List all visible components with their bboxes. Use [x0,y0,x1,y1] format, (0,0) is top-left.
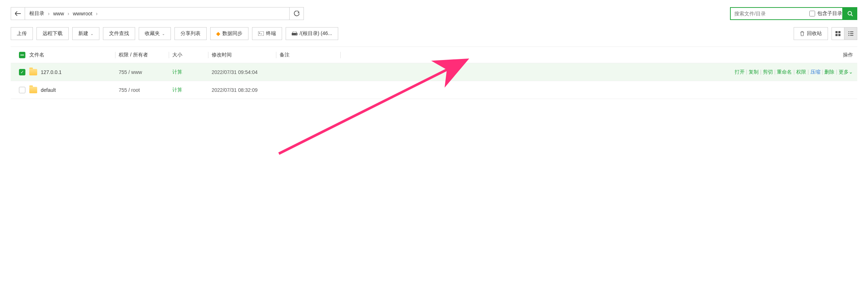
toolbar: 上传 远程下载 新建⌄ 文件查找 收藏夹⌄ 分享列表 ◆数据同步 终端 /(根目… [11,27,857,40]
chevron-down-icon: ⌄ [849,69,853,75]
action-copy[interactable]: 复制 [749,69,759,75]
table-row[interactable]: 127.0.0.1 755 / www 计算 2022/07/31 09:54:… [11,63,857,81]
breadcrumb: 根目录 › www › wwwroot › [25,7,290,20]
file-name-cell[interactable]: default [29,87,119,93]
upload-button[interactable]: 上传 [11,27,33,40]
label: /(根目录) (46... [300,30,332,37]
include-subdir-checkbox[interactable]: 包含子目录 [809,10,842,17]
action-perm[interactable]: 权限 [796,69,806,75]
toolbar-right: 回收站 [794,27,857,40]
svg-rect-6 [838,31,840,33]
view-grid-button[interactable] [832,27,844,40]
column-header-actions: 操作 [344,52,853,58]
row-checkbox-cell [15,87,29,93]
breadcrumb-item-www[interactable]: www [53,11,64,16]
row-actions: 打开| 复制| 剪切| 重命名| 权限| 压缩| 删除| 更多⌄ [735,69,853,75]
disk-info-button[interactable]: /(根目录) (46... [286,27,338,40]
label: 分享列表 [181,30,201,37]
action-rename[interactable]: 重命名 [777,69,792,75]
terminal-button[interactable]: 终端 [252,27,282,40]
column-header-perm[interactable]: 权限 / 所有者 [119,52,172,58]
include-subdir-label: 包含子目录 [817,10,842,17]
favorites-menu-button[interactable]: 收藏夹⌄ [139,27,171,40]
svg-rect-8 [838,34,840,36]
refresh-button[interactable] [290,7,304,20]
recycle-bin-button[interactable]: 回收站 [794,27,828,40]
terminal-icon [258,31,264,36]
size-calc-link[interactable]: 计算 [172,69,182,75]
breadcrumb-item-wwwroot[interactable]: wwwroot [73,11,92,16]
data-sync-button[interactable]: ◆数据同步 [210,27,248,40]
action-compress[interactable]: 压缩 [810,69,820,75]
chevron-right-icon: › [48,11,50,16]
action-cut[interactable]: 剪切 [763,69,773,75]
back-button[interactable] [11,7,25,20]
remote-download-button[interactable]: 远程下载 [36,27,69,40]
size-cell: 计算 [172,87,212,93]
svg-rect-5 [835,31,838,33]
svg-line-1 [851,15,853,16]
search-button[interactable] [843,7,857,20]
action-more[interactable]: 更多⌄ [839,69,853,75]
new-menu-button[interactable]: 新建⌄ [72,27,99,40]
label: 文件查找 [109,30,129,37]
label: 回收站 [807,30,822,37]
include-subdir-input[interactable] [809,11,815,16]
column-header-size[interactable]: 大小 [172,52,212,58]
header-checkbox-cell [15,52,29,58]
table-header: 文件名 权限 / 所有者 大小 修改时间 备注 操作 [11,47,857,63]
chevron-right-icon: › [68,11,69,16]
mtime-cell: 2022/07/31 08:32:09 [212,87,280,93]
divider: | [793,69,795,75]
breadcrumb-item-root[interactable]: 根目录 [29,10,44,17]
label: 新建 [78,30,88,37]
grid-icon [835,31,840,36]
svg-rect-12 [850,33,853,34]
divider: | [808,69,809,75]
label: 更多 [839,69,849,75]
svg-point-0 [848,11,852,15]
search-input[interactable] [734,8,806,19]
view-toggle [832,27,857,40]
label: 终端 [266,30,276,37]
search-container: 包含子目录 [730,7,857,20]
diamond-icon: ◆ [216,31,220,36]
search-box: 包含子目录 [730,7,843,20]
column-header-name[interactable]: 文件名 [29,52,119,58]
row-checkbox[interactable] [19,69,25,75]
mtime-cell: 2022/07/31 09:54:04 [212,69,280,75]
chevron-down-icon: ⌄ [90,32,93,36]
svg-rect-9 [848,31,849,32]
column-header-mtime[interactable]: 修改时间 [212,52,280,58]
svg-rect-7 [835,34,838,36]
perm-cell: 755 / root [119,87,172,93]
svg-rect-14 [850,35,853,36]
svg-rect-2 [258,31,264,36]
row-checkbox[interactable] [19,87,25,93]
arrow-left-icon [15,11,21,16]
action-delete[interactable]: 删除 [824,69,834,75]
column-header-note[interactable]: 备注 [280,52,344,58]
size-calc-link[interactable]: 计算 [172,87,182,93]
row-checkbox-cell [15,69,29,75]
file-name-cell[interactable]: 127.0.0.1 [29,69,119,75]
table-row[interactable]: default 755 / root 计算 2022/07/31 08:32:0… [11,81,857,99]
chevron-down-icon: ⌄ [162,32,165,36]
action-open[interactable]: 打开 [735,69,745,75]
svg-point-4 [296,34,297,35]
refresh-icon [294,11,300,16]
view-list-button[interactable] [844,27,857,40]
select-all-checkbox[interactable] [19,52,25,58]
divider: | [746,69,748,75]
share-list-button[interactable]: 分享列表 [174,27,207,40]
divider: | [760,69,761,75]
file-name: default [41,87,56,93]
label: 收藏夹 [145,30,160,37]
file-search-button[interactable]: 文件查找 [103,27,135,40]
label: 上传 [17,30,27,37]
size-cell: 计算 [172,69,212,75]
divider: | [822,69,823,75]
file-name: 127.0.0.1 [41,69,61,75]
svg-rect-13 [848,35,849,36]
toolbar-left: 上传 远程下载 新建⌄ 文件查找 收藏夹⌄ 分享列表 ◆数据同步 终端 /(根目… [11,27,338,40]
